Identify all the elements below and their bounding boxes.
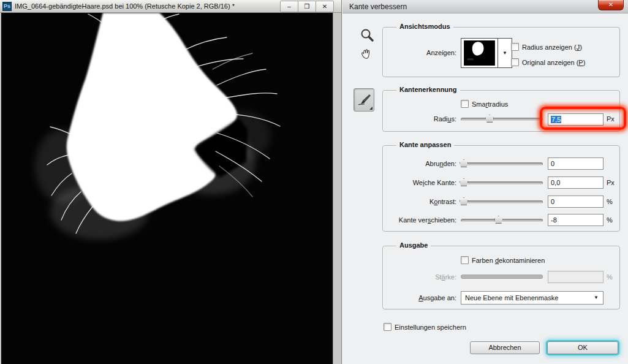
contrast-unit: %	[607, 198, 613, 205]
contrast-input[interactable]: 0	[548, 195, 603, 208]
mask-image	[1, 13, 333, 364]
selected-value: 7,5	[551, 116, 561, 123]
chevron-down-icon: ▼	[594, 292, 599, 304]
shift-edge-slider[interactable]	[461, 219, 543, 222]
maximize-button[interactable]: ❒	[298, 1, 316, 12]
show-label: Anzeigen:	[383, 49, 456, 56]
refine-radius-brush-tool-button[interactable]	[354, 88, 374, 112]
shift-edge-input[interactable]: -8	[548, 214, 603, 226]
smooth-slider-thumb[interactable]	[460, 159, 468, 167]
smooth-label: Abrunden:	[383, 160, 456, 167]
group-view-mode: Ansichtsmodus Anzeigen: ▼ Radius anzeige…	[382, 27, 620, 77]
group-legend: Ausgabe	[396, 241, 431, 249]
group-legend: Ansichtsmodus	[396, 23, 453, 30]
smooth-slider[interactable]	[461, 162, 543, 165]
document-window: Ps IMG_0664-gebändigteHaare.psd bei 100%…	[0, 0, 342, 364]
radius-slider-thumb[interactable]	[485, 115, 494, 123]
amount-slider-disabled	[461, 275, 543, 279]
group-adjust-edge: Kante anpassen Abrunden: 0 Weiche Kante:…	[382, 145, 620, 232]
remember-settings-checkbox[interactable]	[384, 323, 392, 331]
dialog-title: Kante verbessern	[349, 2, 407, 11]
refine-edge-dialog: Kante verbessern ✕ Ansichtsmodus Anzeige…	[342, 0, 628, 364]
shift-edge-slider-thumb[interactable]	[494, 216, 503, 224]
feather-unit: Px	[607, 179, 615, 186]
contrast-label: Kontrast:	[383, 198, 456, 205]
amount-input-disabled	[548, 271, 603, 283]
hand-tool-icon[interactable]	[358, 47, 374, 65]
cancel-button[interactable]: Abbrechen	[470, 341, 540, 354]
smart-radius-checkbox[interactable]	[461, 100, 469, 108]
brush-icon	[356, 92, 372, 108]
output-to-value: Neue Ebene mit Ebenenmaske	[465, 294, 558, 301]
shift-edge-label: Kante verschieben:	[383, 216, 456, 224]
output-to-label: Ausgabe an:	[383, 294, 456, 301]
smooth-input[interactable]: 0	[548, 157, 603, 170]
radius-slider[interactable]	[461, 118, 543, 121]
radius-label: Radius:	[383, 115, 456, 123]
window-controls: – ❒ ✕	[281, 1, 334, 12]
photoshop-app-icon: Ps	[2, 2, 12, 11]
ok-button[interactable]: OK	[547, 341, 618, 354]
tool-flyout-triangle	[369, 107, 373, 110]
amount-unit: %	[607, 273, 613, 281]
minimize-button[interactable]: –	[280, 1, 298, 12]
dialog-titlebar[interactable]: Kante verbessern ✕	[342, 0, 628, 13]
image-canvas-mask-preview[interactable]	[1, 13, 333, 364]
radius-unit: Px	[607, 115, 615, 123]
radius-anzeigen-label: Radius anzeigen (J)	[522, 44, 582, 51]
group-output: Ausgabe Farben dekontaminieren Stärke: %…	[382, 246, 620, 309]
original-anzeigen-checkbox[interactable]	[511, 58, 519, 66]
output-to-dropdown[interactable]: Neue Ebene mit Ebenenmaske ▼	[461, 291, 603, 305]
remember-settings-label: Einstellungen speichern	[395, 324, 466, 331]
chevron-down-icon[interactable]: ▼	[498, 39, 512, 67]
view-mode-dropdown[interactable]: ▼	[461, 38, 512, 68]
document-title: IMG_0664-gebändigteHaare.psd bei 100% (R…	[15, 2, 235, 10]
feather-label: Weiche Kante:	[383, 179, 456, 186]
feather-input[interactable]: 0,0	[548, 176, 603, 189]
contrast-slider-thumb[interactable]	[460, 197, 468, 205]
decontaminate-colors-checkbox[interactable]	[461, 256, 469, 264]
group-legend: Kante anpassen	[396, 141, 454, 148]
decontaminate-colors-label: Farben dekontaminieren	[472, 257, 545, 264]
original-anzeigen-label: Original anzeigen (P)	[522, 59, 585, 66]
close-window-button[interactable]: ✕	[316, 1, 334, 12]
window-frame-edge	[333, 13, 341, 364]
radius-anzeigen-checkbox[interactable]	[511, 43, 519, 51]
radius-input[interactable]: 7,5	[548, 113, 603, 126]
group-edge-detection: Kantenerkennung Smartradius Radius: 7,5 …	[382, 90, 620, 132]
amount-label: Stärke:	[383, 273, 456, 281]
view-mode-thumbnail	[461, 39, 498, 67]
screenshot-root: Ps IMG_0664-gebändigteHaare.psd bei 100%…	[0, 0, 628, 364]
shift-edge-unit: %	[607, 216, 613, 224]
contrast-slider[interactable]	[461, 200, 543, 203]
feather-slider[interactable]	[461, 181, 543, 184]
zoom-tool-icon[interactable]	[360, 28, 374, 45]
group-legend: Kantenerkennung	[396, 86, 460, 93]
close-dialog-button[interactable]: ✕	[598, 0, 624, 10]
smart-radius-label: Smartradius	[472, 100, 508, 108]
feather-slider-thumb[interactable]	[460, 178, 468, 186]
